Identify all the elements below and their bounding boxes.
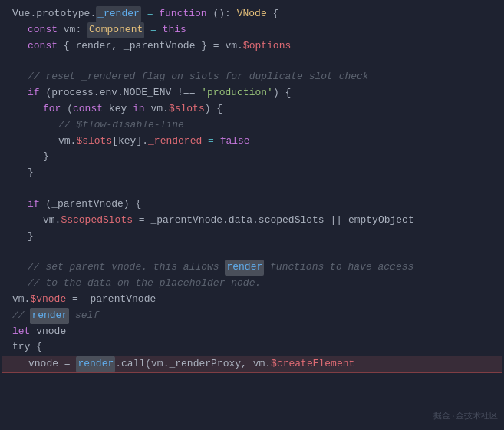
code-line: [0, 181, 504, 197]
code-line: for (const key in vm.$slots) {: [0, 101, 504, 117]
code-line: // render self: [0, 308, 504, 324]
code-line: // $flow-disable-line: [0, 117, 504, 134]
code-line: const vm: Component = this: [0, 22, 504, 38]
code-line: try {: [0, 339, 504, 356]
code-line: }: [0, 165, 504, 181]
code-line: }: [0, 229, 504, 245]
watermark: 掘金·金技术社区: [433, 410, 498, 424]
code-line: let vnode: [0, 324, 504, 340]
code-line: vm.$vnode = _parentVnode: [0, 292, 504, 308]
code-editor: Vue.prototype._render = function (): VNo…: [0, 0, 504, 430]
code-line: // to the data on the placeholder node.: [0, 276, 504, 292]
code-line: const { render, _parentVnode } = vm.$opt…: [0, 38, 504, 55]
code-line: if (_parentVnode) {: [0, 197, 504, 213]
code-line: }: [0, 149, 504, 165]
code-line: [0, 244, 504, 260]
code-line: // reset _rendered flag on slots for dup…: [0, 69, 504, 85]
code-line: [0, 54, 504, 69]
code-line: // set parent vnode. this allows render …: [0, 260, 504, 276]
code-line: vm.$scopedSlots = _parentVnode.data.scop…: [0, 213, 504, 229]
code-line: if (process.env.NODE_ENV !== 'production…: [0, 85, 504, 101]
code-line: Vue.prototype._render = function (): VNo…: [0, 6, 504, 22]
code-line: vnode = render.call(vm._renderProxy, vm.…: [2, 356, 502, 373]
code-line: vm.$slots[key]._rendered = false: [0, 134, 504, 150]
